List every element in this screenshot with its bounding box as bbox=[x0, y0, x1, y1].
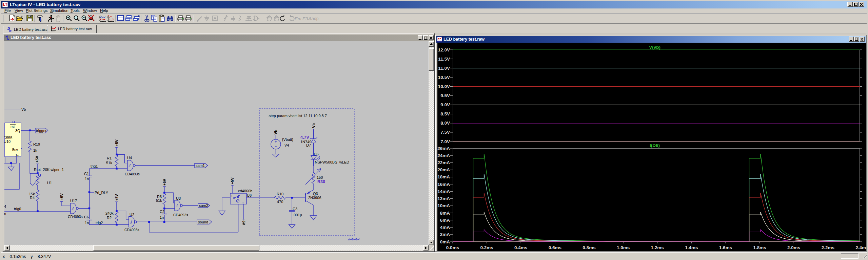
svg-text:CD4093s: CD4093s bbox=[125, 172, 140, 176]
svg-text:Vb: Vb bbox=[312, 123, 316, 128]
svg-text:10mA: 10mA bbox=[437, 203, 450, 208]
svg-text:24mA: 24mA bbox=[437, 153, 450, 158]
svg-text:Rtot=20K wiper=1: Rtot=20K wiper=1 bbox=[34, 168, 64, 172]
svg-text:1-: 1- bbox=[15, 153, 19, 157]
svg-text:1k: 1k bbox=[33, 148, 37, 152]
svg-text:2N3906: 2N3906 bbox=[308, 196, 321, 200]
svg-text:+5V: +5V bbox=[60, 193, 64, 200]
svg-text:D6: D6 bbox=[314, 152, 319, 156]
svg-text:U17: U17 bbox=[70, 199, 77, 203]
svg-text:+5V: +5V bbox=[230, 177, 234, 184]
svg-text:4mA: 4mA bbox=[440, 225, 450, 230]
svg-text:7.5V: 7.5V bbox=[440, 130, 450, 135]
svg-text:2.4ms: 2.4ms bbox=[855, 245, 866, 250]
svg-text:22mA: 22mA bbox=[437, 160, 450, 165]
svg-text:CD4093s: CD4093s bbox=[124, 228, 139, 232]
svg-text:.001µ: .001µ bbox=[293, 213, 302, 217]
svg-text:trig1: trig1 bbox=[91, 164, 98, 168]
svg-text:1n: 1n bbox=[85, 221, 89, 225]
svg-text:NSPW500BS_wLED: NSPW500BS_wLED bbox=[315, 160, 350, 164]
svg-text:51k: 51k bbox=[156, 198, 162, 202]
svg-text:Aa: Aa bbox=[308, 16, 314, 21]
svg-text:+5V: +5V bbox=[162, 178, 166, 186]
svg-text:CD4093s: CD4093s bbox=[68, 215, 83, 219]
svg-text:LT: LT bbox=[3, 2, 7, 6]
svg-text:C3: C3 bbox=[293, 207, 297, 211]
svg-text:trig0: trig0 bbox=[14, 207, 21, 211]
svg-text:trigger: trigger bbox=[36, 129, 47, 133]
svg-text:op: op bbox=[314, 16, 319, 21]
svg-text:R19: R19 bbox=[33, 142, 40, 146]
svg-text:150: 150 bbox=[317, 175, 323, 179]
svg-text:7.0V: 7.0V bbox=[440, 139, 450, 144]
svg-text:C6: C6 bbox=[84, 215, 89, 219]
svg-text:16mA: 16mA bbox=[437, 182, 450, 187]
svg-text:rst: rst bbox=[11, 125, 15, 129]
svg-text:4.7V: 4.7V bbox=[300, 135, 309, 140]
svg-text:9.0V: 9.0V bbox=[440, 102, 450, 107]
svg-text:R2: R2 bbox=[107, 216, 112, 220]
svg-text:Em: Em bbox=[295, 16, 301, 21]
svg-text:{Vbatt}: {Vbatt} bbox=[282, 137, 293, 142]
svg-text:1.8ms: 1.8ms bbox=[753, 245, 766, 250]
svg-text:sound: sound bbox=[198, 220, 208, 224]
svg-text:0.8ms: 0.8ms bbox=[583, 245, 595, 250]
svg-text:R10: R10 bbox=[277, 192, 283, 196]
svg-text:240k: 240k bbox=[105, 211, 114, 215]
svg-text:I(D6): I(D6) bbox=[650, 143, 660, 148]
svg-text:n: n bbox=[4, 212, 6, 216]
svg-text:20mA: 20mA bbox=[437, 167, 450, 172]
svg-text:+: + bbox=[231, 194, 233, 198]
svg-text:1.0ms: 1.0ms bbox=[617, 245, 630, 250]
svg-text:CD4093s: CD4093s bbox=[173, 213, 188, 217]
svg-text:3Q: 3Q bbox=[15, 129, 20, 133]
svg-text:U2: U2 bbox=[130, 213, 134, 217]
svg-text:10.0V: 10.0V bbox=[438, 84, 450, 89]
svg-text:U6: U6 bbox=[247, 193, 252, 197]
svg-text:+5V: +5V bbox=[115, 194, 119, 201]
svg-text:U3: U3 bbox=[176, 196, 181, 200]
svg-text:cd4066b: cd4066b bbox=[238, 189, 252, 193]
svg-text:1n: 1n bbox=[85, 177, 89, 181]
svg-text:11.5V: 11.5V bbox=[438, 57, 450, 62]
svg-text:8.0V: 8.0V bbox=[440, 121, 450, 126]
svg-text:9.5V: 9.5V bbox=[440, 93, 450, 98]
svg-text:R30: R30 bbox=[317, 179, 325, 184]
svg-text:51k: 51k bbox=[106, 161, 112, 165]
svg-text:2.2ms: 2.2ms bbox=[822, 245, 834, 250]
svg-text:4: 4 bbox=[4, 204, 6, 209]
svg-text:1n: 1n bbox=[160, 215, 164, 219]
svg-text:C1: C1 bbox=[84, 172, 89, 176]
svg-text:12mA: 12mA bbox=[437, 196, 450, 201]
svg-text:-5V: -5V bbox=[242, 219, 246, 225]
svg-text:470: 470 bbox=[277, 200, 283, 204]
svg-text:V4: V4 bbox=[284, 143, 289, 147]
svg-text:.step param vbatt list 12 11 1: .step param vbatt list 12 11 10 9 8 7 bbox=[268, 114, 327, 118]
svg-text:1.4ms: 1.4ms bbox=[685, 245, 698, 250]
svg-text:D7: D7 bbox=[306, 143, 311, 147]
svg-text:1.2ms: 1.2ms bbox=[651, 245, 664, 250]
svg-text:V(vb): V(vb) bbox=[649, 45, 660, 50]
svg-text:26mA: 26mA bbox=[437, 146, 450, 151]
svg-text:Pri_DLY: Pri_DLY bbox=[95, 191, 108, 195]
svg-text:Vb: Vb bbox=[21, 107, 26, 111]
svg-text:0.6ms: 0.6ms bbox=[549, 245, 561, 250]
svg-text:1.6ms: 1.6ms bbox=[719, 245, 732, 250]
svg-text:sam2: sam2 bbox=[199, 203, 208, 208]
svg-text:14mA: 14mA bbox=[437, 189, 450, 194]
svg-text:0mA: 0mA bbox=[440, 239, 450, 244]
svg-text:6mA: 6mA bbox=[440, 218, 450, 223]
svg-text:U1: U1 bbox=[47, 181, 52, 185]
svg-text:18mA: 18mA bbox=[437, 174, 450, 179]
svg-text:11.0V: 11.0V bbox=[438, 66, 450, 71]
svg-text:2mA: 2mA bbox=[440, 232, 450, 237]
svg-text:Q3: Q3 bbox=[313, 192, 318, 196]
svg-text:C2: C2 bbox=[160, 210, 164, 214]
svg-text:trig2: trig2 bbox=[96, 221, 103, 225]
svg-text:R1: R1 bbox=[107, 156, 112, 160]
svg-text:2.0ms: 2.0ms bbox=[787, 245, 800, 250]
svg-text:8mA: 8mA bbox=[440, 211, 450, 216]
svg-text:0.0ms: 0.0ms bbox=[446, 245, 459, 250]
svg-text:12.0V: 12.0V bbox=[438, 47, 450, 52]
svg-text:10.5V: 10.5V bbox=[438, 75, 450, 80]
